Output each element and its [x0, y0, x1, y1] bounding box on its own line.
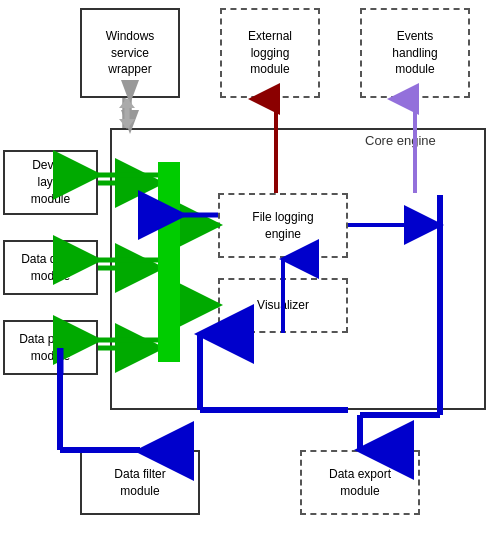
core-engine-label: Core engine	[365, 133, 436, 148]
data-export-label: Data export module	[329, 466, 391, 500]
events-handling-label: Events handling module	[392, 28, 437, 78]
data-export-box: Data export module	[300, 450, 420, 515]
visualizer-label: Visualizer	[257, 297, 309, 314]
svg-marker-5	[119, 98, 135, 108]
windows-service-label: Windows service wrapper	[106, 28, 155, 78]
device-layer-label: Device layer module	[31, 157, 70, 207]
data-parser-label: Data parser module	[19, 331, 82, 365]
file-logging-box: File logging engine	[218, 193, 348, 258]
external-logging-box: External logging module	[220, 8, 320, 98]
data-filter-box: Data filter module	[80, 450, 200, 515]
core-engine-box	[110, 128, 486, 410]
external-logging-label: External logging module	[248, 28, 292, 78]
visualizer-box: Visualizer	[218, 278, 348, 333]
data-query-box: Data query module	[3, 240, 98, 295]
data-filter-label: Data filter module	[114, 466, 165, 500]
events-handling-box: Events handling module	[360, 8, 470, 98]
device-layer-box: Device layer module	[3, 150, 98, 215]
data-parser-box: Data parser module	[3, 320, 98, 375]
data-query-label: Data query module	[21, 251, 80, 285]
windows-service-box: Windows service wrapper	[80, 8, 180, 98]
file-logging-label: File logging engine	[252, 209, 313, 243]
